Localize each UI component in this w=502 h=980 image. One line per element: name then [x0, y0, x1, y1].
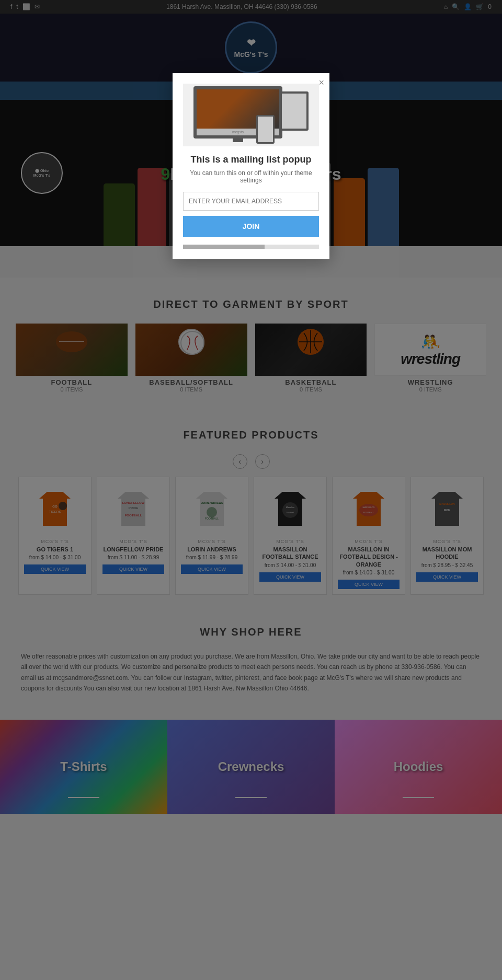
modal-close-button[interactable]: ×: [318, 77, 324, 88]
join-button[interactable]: JOIN: [183, 216, 319, 237]
tablet-frame: [280, 91, 309, 131]
mailing-list-modal: × mcgsts This is a mailing list popup Yo…: [173, 73, 329, 259]
modal-subtitle: You can turn this on or off within your …: [183, 169, 319, 184]
modal-image: mcgsts: [183, 84, 319, 146]
monitor-stand: [233, 136, 243, 142]
device-mockup: mcgsts: [193, 86, 309, 144]
modal-overlay[interactable]: × mcgsts This is a mailing list popup Yo…: [0, 0, 502, 814]
modal-scrollbar[interactable]: [183, 245, 319, 249]
scrollbar-thumb: [183, 245, 265, 249]
modal-title: This is a mailing list popup: [183, 154, 319, 165]
phone-frame: [256, 115, 275, 144]
email-input[interactable]: [183, 192, 319, 211]
